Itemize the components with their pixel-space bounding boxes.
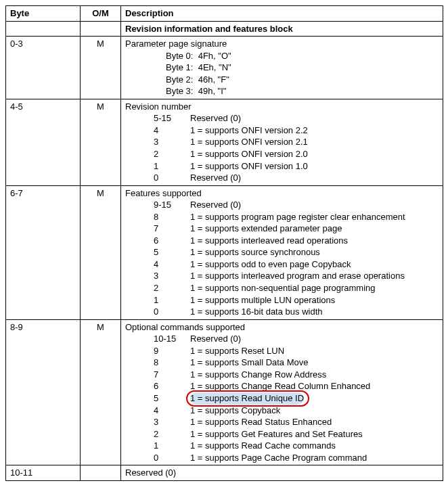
bit-desc: 1 = supports program page register clear…: [190, 211, 439, 223]
bit-index: 7: [125, 223, 190, 235]
bit-index: 5: [125, 392, 190, 405]
bit-desc: 1 = supports ONFI version 1.0: [190, 160, 439, 173]
highlight-ring-icon: [186, 390, 309, 407]
row-title: Parameter page signature: [125, 38, 439, 50]
bit-desc: 1 = supports non-sequential page program…: [190, 282, 439, 294]
desc-cell: Parameter page signature Byte 0: 4Fh, "O…: [121, 37, 443, 99]
byte-range: 10-11: [6, 465, 81, 481]
bit-index: 3: [125, 416, 190, 428]
bit-row: 11 = supports ONFI version 1.0: [125, 160, 439, 173]
bit-row: 9-15Reserved (0): [125, 199, 439, 211]
bit-desc: 1 = supports extended parameter page: [190, 223, 439, 235]
bit-desc: 1 = supports Read Status Enhanced: [190, 416, 439, 428]
col-desc-header: Description: [121, 6, 443, 22]
sig-line: Byte 0: 4Fh, "O": [166, 50, 439, 62]
bit-desc: 1 = supports ONFI version 2.2: [190, 124, 439, 137]
om-flag: M: [81, 37, 121, 99]
bit-row: 31 = supports ONFI version 2.1: [125, 136, 439, 148]
bit-desc: 1 = supports ONFI version 2.1: [190, 136, 439, 148]
parameter-table: Byte O/M Description Revision informatio…: [5, 5, 443, 481]
bit-index: 2: [125, 282, 190, 294]
bit-desc: 1 = supports interleaved program and era…: [190, 270, 439, 282]
bit-desc: Reserved (0): [190, 112, 439, 124]
bit-index: 8: [125, 211, 190, 223]
row-title: Features supported: [125, 187, 439, 200]
bit-desc: Reserved (0): [190, 199, 439, 211]
bit-desc: 1 = supports 16-bit data bus width: [190, 306, 439, 318]
bit-desc: 1 = supports multiple LUN operations: [190, 294, 439, 306]
bit-row: 41 = supports odd to even page Copyback: [125, 258, 439, 271]
bit-row: 01 = supports 16-bit data bus width: [125, 306, 439, 318]
bit-desc: Reserved (0): [190, 333, 439, 345]
bit-index: 6: [125, 380, 190, 392]
bit-desc: 1 = supports ONFI version 2.0: [190, 148, 439, 160]
col-byte-header: Byte: [6, 6, 81, 22]
bit-row: 31 = supports interleaved program and er…: [125, 270, 439, 282]
bit-desc: Reserved (0): [190, 172, 439, 184]
bit-row: 31 = supports Read Status Enhanced: [125, 416, 439, 428]
bit-row: 21 = supports Get Features and Set Featu…: [125, 428, 439, 440]
bit-desc: 1 = supports Change Read Column Enhanced: [190, 380, 439, 392]
bit-desc: 1 = supports Read Cache commands: [190, 440, 439, 452]
om-flag: [81, 465, 121, 481]
bit-index: 5: [125, 246, 190, 258]
desc-cell: Features supported 9-15Reserved (0)81 = …: [121, 185, 443, 319]
sig-line: Byte 3: 49h, "I": [166, 85, 439, 97]
row-0-3: 0-3 M Parameter page signature Byte 0: 4…: [6, 37, 443, 99]
bit-index: 3: [125, 270, 190, 282]
bit-row: 11 = supports Read Cache commands: [125, 440, 439, 452]
byte-range: 4-5: [6, 99, 81, 185]
bit-index: 0: [125, 172, 190, 184]
bit-index: 9: [125, 345, 190, 357]
bit-row: 41 = supports ONFI version 2.2: [125, 124, 439, 137]
col-om-header: O/M: [81, 6, 121, 22]
bit-row: 61 = supports interleaved read operation…: [125, 235, 439, 247]
bit-row: 91 = supports Reset LUN: [125, 345, 439, 357]
sig-line: Byte 2: 46h, "F": [166, 74, 439, 86]
bit-index: 1: [125, 160, 190, 173]
bit-desc: 1 = supports odd to even page Copyback: [190, 258, 439, 271]
bit-index: 5-15: [125, 112, 190, 124]
bit-index: 1: [125, 294, 190, 306]
row-4-5: 4-5 M Revision number 5-15Reserved (0)41…: [6, 99, 443, 185]
bit-desc: 1 = supports Read Unique ID: [190, 392, 439, 405]
bit-row: 01 = supports Page Cache Program command: [125, 452, 439, 464]
bit-row: 0Reserved (0): [125, 172, 439, 184]
bit-row: 61 = supports Change Read Column Enhance…: [125, 380, 439, 392]
bit-desc: 1 = supports Get Features and Set Featur…: [190, 428, 439, 440]
bit-index: 2: [125, 428, 190, 440]
byte-range: 6-7: [6, 185, 81, 319]
bit-desc: 1 = supports interleaved read operations: [190, 235, 439, 247]
bit-index: 10-15: [125, 333, 190, 345]
bit-row: 5-15Reserved (0): [125, 112, 439, 124]
desc-cell: Revision number 5-15Reserved (0)41 = sup…: [121, 99, 443, 185]
om-flag: M: [81, 185, 121, 319]
bit-row: 41 = supports Copyback: [125, 405, 439, 417]
bit-index: 3: [125, 136, 190, 148]
bit-row: 71 = supports Change Row Address: [125, 369, 439, 381]
bit-row: 51 = supports source synchronous: [125, 246, 439, 258]
bit-desc: 1 = supports Copyback: [190, 405, 439, 417]
bit-row: 21 = supports non-sequential page progra…: [125, 282, 439, 294]
bit-index: 2: [125, 148, 190, 160]
bit-index: 6: [125, 235, 190, 247]
bit-row: 51 = supports Read Unique ID: [125, 392, 439, 405]
bit-desc: 1 = supports Small Data Move: [190, 357, 439, 369]
row-title: Optional commands supported: [125, 321, 439, 334]
bit-index: 4: [125, 405, 190, 417]
bit-row: 11 = supports multiple LUN operations: [125, 294, 439, 306]
bit-index: 8: [125, 357, 190, 369]
section-title: Revision information and features block: [121, 21, 443, 37]
bit-index: 1: [125, 440, 190, 452]
bit-row: 71 = supports extended parameter page: [125, 223, 439, 235]
bit-index: 7: [125, 369, 190, 381]
bit-row: 81 = supports program page register clea…: [125, 211, 439, 223]
header-row: Byte O/M Description: [6, 6, 443, 22]
om-flag: M: [81, 319, 121, 465]
byte-range: 8-9: [6, 319, 81, 465]
signature-list: Byte 0: 4Fh, "O" Byte 1: 4Eh, "N" Byte 2…: [125, 50, 439, 97]
bit-index: 0: [125, 306, 190, 318]
row-title: Revision number: [125, 101, 439, 113]
bit-row: 10-15Reserved (0): [125, 333, 439, 345]
bit-desc: 1 = supports Reset LUN: [190, 345, 439, 357]
